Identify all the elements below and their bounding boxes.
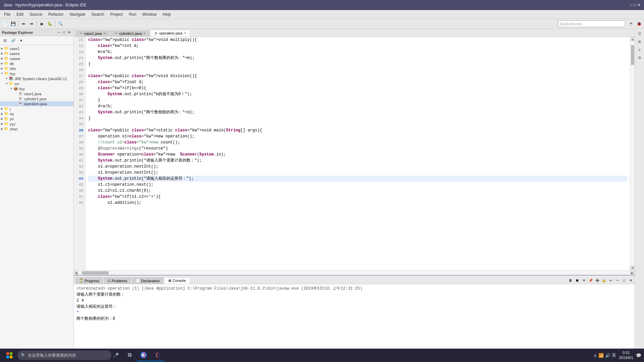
scroll-down-btn[interactable]: ▼ xyxy=(630,265,635,270)
tree-item-j[interactable]: ▶📁j xyxy=(0,106,73,111)
menu-bar: File Edit Source Refactor Navigate Searc… xyxy=(0,10,644,19)
toolbar-run[interactable]: ▶ xyxy=(38,20,46,27)
tree-item-operation-java[interactable]: ☕operation.java xyxy=(0,101,73,106)
menu-edit[interactable]: Edit xyxy=(14,11,26,17)
right-sidebar-btn4[interactable]: ⚙ xyxy=(636,54,643,61)
toolbar-search[interactable]: 🔍 xyxy=(57,20,64,27)
code-line-33: System.out.println("两个数相除的商为："+d); xyxy=(88,109,627,115)
tree-item-hhh[interactable]: ▶📁hhh xyxy=(0,66,73,71)
bottom-tab-tab-progress[interactable]: ⏳Progress xyxy=(75,277,103,284)
tree-item-case1-java[interactable]: ☕case1.java xyxy=(0,91,73,96)
network-icon[interactable]: 📶 xyxy=(598,353,604,358)
menu-help[interactable]: Help xyxy=(160,11,174,17)
console-pin-btn[interactable]: 📌 xyxy=(588,277,594,283)
bottom-tab-tab-problems[interactable]: ⚠Problems xyxy=(104,277,131,284)
toolbar-perspective-debug[interactable]: 🐞 xyxy=(635,20,643,27)
pkg-collapse-btn[interactable]: ⊟ xyxy=(1,37,9,44)
right-sidebar-btn2[interactable]: ⊞ xyxy=(636,38,643,45)
start-button[interactable] xyxy=(3,350,16,361)
pkg-link-btn[interactable]: 🔗 xyxy=(9,37,17,44)
console-new-btn[interactable]: ➕ xyxy=(594,277,600,283)
taskbar-app-eclipse[interactable] xyxy=(151,349,164,361)
right-sidebar-btn1[interactable]: ☰ xyxy=(636,30,643,37)
close-button[interactable]: ✕ xyxy=(637,3,641,7)
tree-item-casea[interactable]: ▶📁casea xyxy=(0,51,73,56)
editor-tab-tab-cylinder1[interactable]: ☕cylinder1.java✕ xyxy=(110,30,150,37)
hscroll-thumb[interactable] xyxy=(82,271,109,275)
tree-item-zhan[interactable]: ▶📁zhan xyxy=(0,126,73,131)
editor-tab-tab-operation[interactable]: ☕operation.java✕ xyxy=(150,30,190,37)
editor-hscroll[interactable]: ◀ ▶ xyxy=(74,270,635,275)
tree-item-case1[interactable]: ▶📁case1 xyxy=(0,46,73,51)
console-word-wrap-btn[interactable]: ↩ xyxy=(608,277,614,283)
lang-icon[interactable]: 英 xyxy=(612,352,616,358)
scroll-thumb[interactable] xyxy=(631,45,634,65)
console-close-btn[interactable]: ✕ xyxy=(628,277,634,283)
tab-close-tab-operation[interactable]: ✕ xyxy=(184,32,186,35)
bottom-tab-tab-console[interactable]: 🖥Console xyxy=(164,277,190,284)
menu-source[interactable]: Source xyxy=(27,11,45,17)
code-lines[interactable]: class="kw">public class="kw">void multip… xyxy=(86,37,630,270)
scroll-track[interactable] xyxy=(630,42,635,265)
toolbar-debug[interactable]: 🐛 xyxy=(46,20,54,27)
menu-window[interactable]: Window xyxy=(140,11,159,17)
tree-item-db[interactable]: ▶📁db xyxy=(0,61,73,66)
tree-item-pkg-hyy[interactable]: ▼📦hyy xyxy=(0,86,73,91)
menu-project[interactable]: Project xyxy=(108,11,125,17)
line-num-39: 39 xyxy=(76,145,83,152)
tab-close-tab-cylinder1[interactable]: ✕ xyxy=(143,32,146,35)
editor-tab-tab-case1[interactable]: ☕case1.java✕ xyxy=(75,30,110,37)
taskbar-time-display: 0:31 xyxy=(619,350,633,355)
console-maximize-btn[interactable]: □ xyxy=(621,277,627,283)
menu-navigate[interactable]: Navigate xyxy=(67,11,88,17)
tree-item-hyy[interactable]: ▼📁hyy xyxy=(0,71,73,76)
pkg-close-btn[interactable]: ✕ xyxy=(67,30,71,35)
tab-close-tab-case1[interactable]: ✕ xyxy=(103,32,106,35)
toolbar-perspective-java[interactable]: ☕ xyxy=(627,20,635,27)
taskbar-voice-btn[interactable]: 🎤 xyxy=(113,352,119,358)
tree-item-cylinder1-java[interactable]: ☕cylinder1.java xyxy=(0,96,73,101)
hscroll-left-btn[interactable]: ◀ xyxy=(74,270,78,275)
console-minimize-btn[interactable]: ─ xyxy=(614,277,621,283)
maximize-button[interactable]: □ xyxy=(634,3,636,7)
hscroll-track[interactable] xyxy=(78,270,630,275)
code-editor[interactable]: 2122232425262728293031323334353637383940… xyxy=(74,37,630,270)
tree-item-jre[interactable]: ▼📚JRE System Library [JavaSE-11 xyxy=(0,76,73,81)
taskbar-search[interactable]: 🔍 在这里输入你要搜索的内容 xyxy=(17,351,111,360)
tree-label-jre: JRE System Library [JavaSE-11 xyxy=(14,77,67,81)
menu-run[interactable]: Run xyxy=(126,11,139,17)
vertical-scrollbar[interactable]: ▲ ▼ xyxy=(630,37,635,270)
right-sidebar-btn3[interactable]: ≡ xyxy=(636,46,643,53)
console-clear-btn[interactable]: 🗑 xyxy=(568,277,574,283)
pkg-maximize-btn[interactable]: □ xyxy=(62,30,66,35)
console-stop-btn[interactable]: ⏹ xyxy=(574,277,580,283)
quick-access-box[interactable]: Quick Access xyxy=(558,20,625,27)
notification-icon[interactable]: 💬 xyxy=(636,353,641,358)
pkg-minimize-btn[interactable]: ─ xyxy=(57,30,61,35)
tree-item-yyy[interactable]: ▶📁yyy xyxy=(0,121,73,126)
console-scroll-lock-btn[interactable]: 🔒 xyxy=(601,277,607,283)
console-terminate-btn[interactable]: ✕ xyxy=(581,277,587,283)
volume-icon[interactable]: 🔊 xyxy=(605,353,610,358)
tree-item-mj[interactable]: ▶📁mj xyxy=(0,111,73,116)
toolbar-save[interactable]: 💾 xyxy=(9,20,17,27)
package-explorer-header: Package Explorer ─ □ ✕ xyxy=(0,29,73,36)
minimize-button[interactable]: ─ xyxy=(630,3,633,7)
tree-item-yh[interactable]: ▶📁yh xyxy=(0,116,73,121)
menu-refactor[interactable]: Refactor xyxy=(46,11,66,17)
taskbar-clock[interactable]: 0:31 2019/5/1 xyxy=(619,350,633,361)
toolbar-forward[interactable]: ➡ xyxy=(28,20,35,27)
taskbar-app-chrome[interactable] xyxy=(137,349,150,361)
pkg-menu-btn[interactable]: ▾ xyxy=(17,37,25,44)
hscroll-right-btn[interactable]: ▶ xyxy=(630,270,635,275)
toolbar-back[interactable]: ⬅ xyxy=(20,20,27,27)
tree-item-src[interactable]: ▼📁src xyxy=(0,81,73,86)
expand-icon[interactable]: ∧ xyxy=(594,353,597,358)
tree-item-casew[interactable]: ▶📁casew xyxy=(0,56,73,61)
taskbar-app-taskview[interactable]: ⧉ xyxy=(123,349,136,361)
menu-search[interactable]: Search xyxy=(89,11,107,17)
scroll-up-btn[interactable]: ▲ xyxy=(630,37,635,42)
toolbar-new[interactable]: 📄 xyxy=(1,20,9,27)
bottom-tab-tab-declaration[interactable]: 📄Declaration xyxy=(132,277,164,284)
menu-file[interactable]: File xyxy=(1,11,13,17)
